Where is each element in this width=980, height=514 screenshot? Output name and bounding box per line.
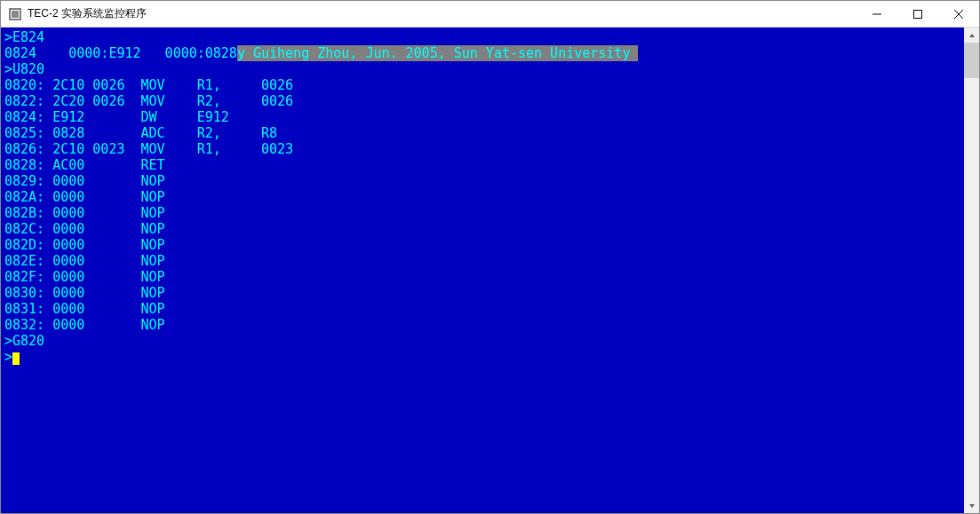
terminal-line: 0829: 0000 NOP <box>4 173 960 189</box>
terminal-line: >U820 <box>4 61 960 77</box>
terminal-line: 082F: 0000 NOP <box>4 269 960 285</box>
terminal-text: 0825: 0828 ADC R2, R8 <box>4 125 277 141</box>
vertical-scrollbar[interactable] <box>964 28 979 513</box>
prompt-char: > <box>4 333 12 349</box>
terminal-text: 082D: 0000 NOP <box>4 237 165 253</box>
scroll-down-button[interactable] <box>964 498 979 513</box>
terminal-line: 0826: 2C10 0023 MOV R1, 0023 <box>4 141 960 157</box>
terminal-line: 0832: 0000 NOP <box>4 317 960 333</box>
terminal-line: 0825: 0828 ADC R2, R8 <box>4 125 960 141</box>
terminal-line: 0824 0000:E912 0000:0828y Guiheng Zhou, … <box>4 45 960 61</box>
highlighted-text: y Guiheng Zhou, Jun. 2005, Sun Yat-sen U… <box>237 45 639 61</box>
terminal-text: 0831: 0000 NOP <box>4 301 165 317</box>
terminal-text: 0832: 0000 NOP <box>4 317 165 333</box>
terminal-text: E824 <box>12 29 44 45</box>
terminal-text: 0826: 2C10 0023 MOV R1, 0023 <box>4 141 293 157</box>
terminal-line: 0831: 0000 NOP <box>4 301 960 317</box>
terminal-line: 0822: 2C20 0026 MOV R2, 0026 <box>4 93 960 109</box>
minimize-button[interactable] <box>857 1 897 27</box>
close-button[interactable] <box>938 1 979 27</box>
terminal-text: 082F: 0000 NOP <box>4 269 165 285</box>
titlebar[interactable]: TEC-2 实验系统监控程序 <box>1 1 979 28</box>
terminal-line: 082D: 0000 NOP <box>4 237 960 253</box>
terminal-line: >G820 <box>4 333 960 349</box>
terminal-line: 082A: 0000 NOP <box>4 189 960 205</box>
svg-marker-7 <box>969 504 975 508</box>
application-window: TEC-2 实验系统监控程序 >E8240824 0000:E912 0000:… <box>0 0 980 514</box>
svg-rect-3 <box>914 10 922 18</box>
terminal-line: 0820: 2C10 0026 MOV R1, 0026 <box>4 77 960 93</box>
terminal-text: 082B: 0000 NOP <box>4 205 165 221</box>
terminal-line: 0830: 0000 NOP <box>4 285 960 301</box>
terminal-line: 082B: 0000 NOP <box>4 205 960 221</box>
svg-marker-6 <box>969 34 975 37</box>
terminal-text: 0824: E912 DW E912 <box>4 109 229 125</box>
terminal-line: >E824 <box>4 29 960 45</box>
svg-rect-1 <box>12 11 19 18</box>
window-controls <box>857 1 979 27</box>
terminal-content[interactable]: >E8240824 0000:E912 0000:0828y Guiheng Z… <box>1 28 964 513</box>
window-title: TEC-2 实验系统监控程序 <box>28 6 857 21</box>
terminal-text: 082A: 0000 NOP <box>4 189 165 205</box>
terminal-text: U820 <box>12 61 44 77</box>
cursor <box>12 352 20 365</box>
scroll-thumb[interactable] <box>964 43 979 78</box>
app-icon <box>8 7 22 21</box>
prompt-char: > <box>4 349 12 365</box>
scroll-up-button[interactable] <box>964 28 979 43</box>
terminal-text: 0828: AC00 RET <box>4 157 165 173</box>
terminal-text: 0830: 0000 NOP <box>4 285 165 301</box>
terminal-text: 0824 0000:E912 0000:0828 <box>4 45 237 61</box>
terminal-text: 0822: 2C20 0026 MOV R2, 0026 <box>4 93 293 109</box>
maximize-button[interactable] <box>897 1 938 27</box>
prompt-char: > <box>4 29 12 45</box>
terminal-text: 0820: 2C10 0026 MOV R1, 0026 <box>4 77 293 93</box>
terminal-line: 0824: E912 DW E912 <box>4 109 960 125</box>
terminal-text: 082E: 0000 NOP <box>4 253 165 269</box>
terminal-text: G820 <box>12 333 44 349</box>
terminal-line: 082C: 0000 NOP <box>4 221 960 237</box>
prompt-char: > <box>4 61 12 77</box>
terminal-area: >E8240824 0000:E912 0000:0828y Guiheng Z… <box>1 28 979 513</box>
terminal-line: 082E: 0000 NOP <box>4 253 960 269</box>
terminal-text: 082C: 0000 NOP <box>4 221 165 237</box>
terminal-line: > <box>4 349 960 365</box>
terminal-text: 0829: 0000 NOP <box>4 173 165 189</box>
terminal-line: 0828: AC00 RET <box>4 157 960 173</box>
